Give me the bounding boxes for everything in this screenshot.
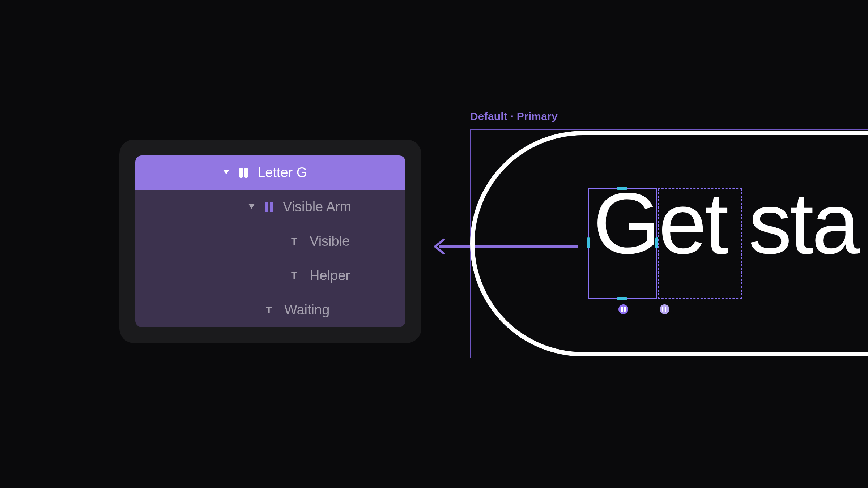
layer-label: Waiting — [284, 302, 329, 318]
layer-row-letter-g[interactable]: Letter G — [135, 155, 405, 190]
variant-icon — [262, 202, 276, 212]
layer-label: Visible — [310, 234, 350, 249]
text-layer-icon: T — [262, 304, 276, 316]
text-layer-icon: T — [287, 236, 301, 247]
layer-label: Helper — [310, 268, 350, 283]
resize-handle-right[interactable] — [655, 237, 658, 248]
selection-box-active[interactable] — [588, 188, 657, 299]
layer-row-helper[interactable]: T Helper — [135, 258, 405, 293]
layer-row-visible[interactable]: T Visible — [135, 224, 405, 258]
expand-caret-icon[interactable] — [240, 204, 255, 210]
layer-label: Visible Arm — [283, 199, 351, 215]
layer-label: Letter G — [258, 165, 307, 180]
resize-handle-left[interactable] — [587, 237, 590, 248]
layer-tree: Letter G Visible Arm T Visible T Helper … — [135, 155, 405, 327]
layer-tree-panel: Letter G Visible Arm T Visible T Helper … — [119, 140, 421, 343]
component-indicator-icon[interactable] — [618, 304, 628, 314]
expand-caret-icon[interactable] — [215, 170, 229, 176]
variant-icon — [237, 168, 250, 178]
layer-row-waiting[interactable]: T Waiting — [135, 293, 405, 327]
component-indicator-icon[interactable] — [660, 304, 669, 314]
resize-handle-top[interactable] — [617, 187, 627, 190]
layer-row-visible-arm[interactable]: Visible Arm — [135, 190, 405, 224]
selection-box-sibling — [658, 188, 742, 299]
component-frame-label[interactable]: Default · Primary — [470, 110, 558, 123]
resize-handle-bottom[interactable] — [617, 297, 627, 300]
text-layer-icon: T — [287, 270, 301, 282]
